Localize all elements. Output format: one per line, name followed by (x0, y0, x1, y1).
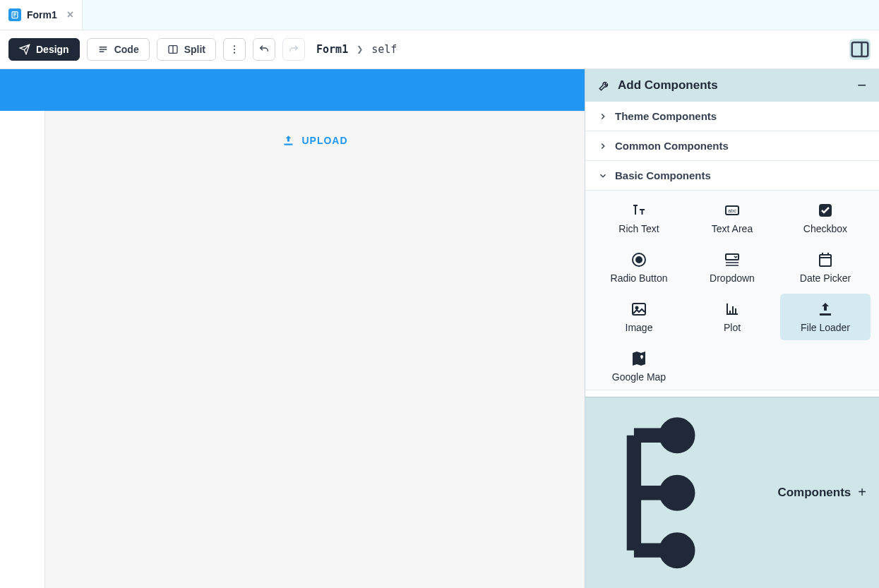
tab-label: Form1 (27, 9, 57, 20)
code-label: Code (114, 44, 139, 55)
collapse-icon[interactable]: − (857, 78, 866, 93)
file-loader-instance[interactable]: UPLOAD (282, 134, 347, 147)
basic-components-grid: Rich Text abc Text Area Checkbox Radio B… (585, 190, 879, 390)
tab-bar: Form1 × (0, 0, 879, 30)
radio-icon (630, 251, 647, 268)
design-canvas[interactable]: UPLOAD (0, 69, 585, 588)
rich-text-icon (630, 202, 647, 219)
component-date-picker[interactable]: Date Picker (780, 244, 871, 291)
design-label: Design (36, 44, 69, 55)
svg-point-37 (666, 424, 688, 446)
components-footer-title: Components (777, 486, 851, 500)
chevron-right-icon: ❯ (357, 43, 363, 56)
code-button[interactable]: Code (87, 38, 150, 61)
svg-rect-5 (852, 42, 868, 56)
file-upload-icon (817, 301, 834, 318)
section-basic-components[interactable]: Basic Components (585, 160, 879, 190)
app-header-bar (0, 69, 585, 111)
canvas-body[interactable]: UPLOAD (44, 111, 585, 588)
toolbar: Design Code Split Form1 ❯ self (0, 30, 879, 69)
upload-icon (282, 134, 294, 147)
redo-button[interactable] (282, 38, 305, 61)
component-plot[interactable]: Plot (687, 294, 777, 340)
plot-icon (724, 301, 741, 318)
component-text-area[interactable]: abc Text Area (687, 195, 777, 241)
tab-form1[interactable]: Form1 × (0, 0, 83, 30)
more-menu-button[interactable] (223, 38, 246, 61)
section-common-components[interactable]: Common Components (585, 131, 879, 160)
component-dropdown[interactable]: Dropdown (687, 244, 777, 291)
component-radio-button[interactable]: Radio Button (594, 244, 684, 291)
component-google-map[interactable]: Google Map (594, 343, 684, 390)
image-icon (630, 301, 647, 318)
components-panel-header[interactable]: Components + (585, 397, 879, 588)
chevron-right-icon (598, 112, 608, 121)
toggle-panel-button[interactable] (849, 39, 871, 60)
workspace: UPLOAD Add Components − Theme Components… (0, 69, 879, 588)
svg-point-39 (666, 539, 688, 561)
upload-label: UPLOAD (301, 135, 347, 146)
svg-point-38 (666, 482, 688, 504)
chevron-down-icon (598, 171, 608, 181)
section-theme-components[interactable]: Theme Components (585, 102, 879, 131)
sidebar-scroll[interactable]: Add Components − Theme Components Common… (585, 69, 879, 397)
svg-point-3 (234, 49, 235, 50)
svg-text:abc: abc (728, 208, 736, 213)
chevron-right-icon (598, 141, 608, 151)
section-more-components[interactable]: More Components (585, 390, 879, 397)
wrench-icon (598, 79, 611, 92)
svg-point-13 (636, 307, 638, 309)
component-file-loader[interactable]: File Loader (780, 294, 871, 340)
component-image[interactable]: Image (594, 294, 684, 340)
add-components-header[interactable]: Add Components − (585, 69, 879, 102)
svg-point-4 (234, 52, 235, 54)
split-button[interactable]: Split (157, 38, 216, 61)
calendar-icon (817, 251, 834, 268)
tree-icon (598, 407, 770, 579)
add-components-title: Add Components (618, 78, 850, 92)
breadcrumb-root[interactable]: Form1 (316, 43, 348, 56)
dropdown-icon (724, 251, 741, 268)
svg-point-2 (234, 45, 235, 47)
undo-button[interactable] (253, 38, 275, 61)
split-label: Split (184, 44, 205, 55)
checkbox-icon (817, 202, 834, 219)
breadcrumb: Form1 ❯ self (316, 43, 397, 56)
breadcrumb-leaf[interactable]: self (371, 43, 397, 56)
plus-icon[interactable]: + (858, 484, 866, 500)
map-icon (630, 350, 647, 367)
svg-point-10 (636, 257, 642, 263)
component-rich-text[interactable]: Rich Text (594, 195, 684, 241)
design-button[interactable]: Design (8, 38, 80, 61)
component-checkbox[interactable]: Checkbox (780, 195, 871, 241)
sidebar: Add Components − Theme Components Common… (585, 69, 879, 588)
form-file-icon (8, 8, 21, 21)
close-icon[interactable]: × (67, 9, 73, 20)
text-area-icon: abc (724, 202, 741, 219)
